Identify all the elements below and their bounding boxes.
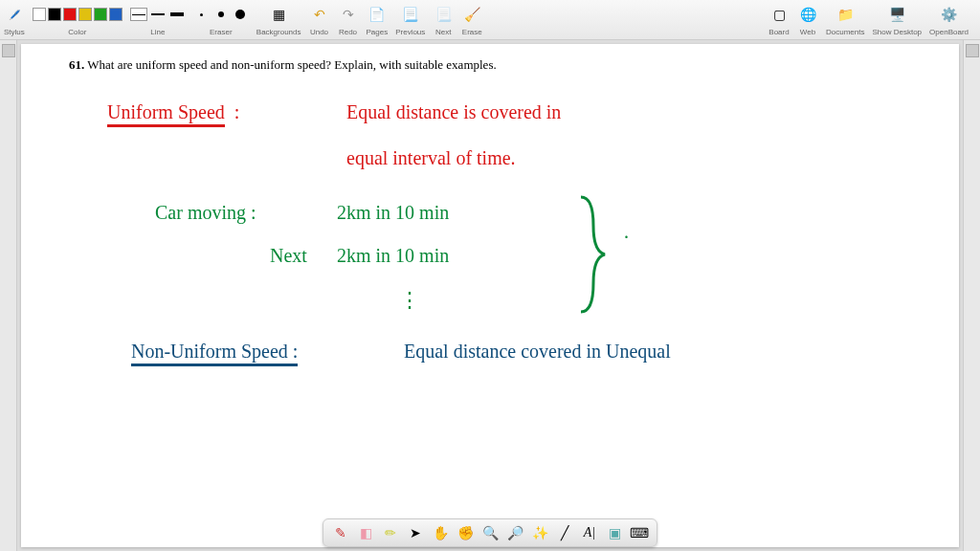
hw-car-moving: Car moving : xyxy=(155,202,256,224)
whiteboard-canvas[interactable]: 61. What are uniform speed and non-unifo… xyxy=(21,44,959,547)
next-icon: 📃 xyxy=(433,4,454,25)
line-icon: ╱ xyxy=(561,525,568,540)
hw-uniform-title: Uniform Speed : xyxy=(107,101,239,123)
gear-icon: ⚙️ xyxy=(939,4,960,25)
tool-eraser[interactable]: ◧ xyxy=(356,523,375,542)
left-tab-icon[interactable] xyxy=(2,44,15,57)
hw-dots: ⋮ xyxy=(399,288,420,313)
line-thick[interactable] xyxy=(168,8,186,21)
tool-line[interactable]: ╱ xyxy=(555,523,574,542)
board-icon: ▢ xyxy=(768,4,790,25)
pen-icon: 🖊️ xyxy=(9,10,20,20)
laser-icon: ✨ xyxy=(532,525,548,540)
tool-pen[interactable]: ✎ xyxy=(331,523,350,542)
folder-icon: 📁 xyxy=(835,4,856,25)
hw-uniform-def2: equal interval of time. xyxy=(346,147,516,169)
erase-icon: 🧹 xyxy=(461,4,482,25)
openboard-menu[interactable]: ⚙️ OpenBoard xyxy=(929,2,969,36)
grid-icon: ▦ xyxy=(268,4,289,25)
color-red[interactable] xyxy=(63,8,77,21)
color-blue[interactable] xyxy=(109,8,122,21)
hw-nonuniform-title: Non-Uniform Speed : xyxy=(131,341,298,363)
board-label: Board xyxy=(768,28,789,36)
right-tab-icon[interactable] xyxy=(966,44,979,57)
web-label: Web xyxy=(800,28,815,36)
zoom-in-icon: 🔍 xyxy=(482,525,499,540)
eraser-small[interactable] xyxy=(193,8,211,21)
eraser-icon: ◧ xyxy=(360,525,372,540)
hw-brace-dot: . xyxy=(624,221,629,243)
eraser-size[interactable]: Eraser xyxy=(193,2,249,36)
tool-pointer[interactable]: ➤ xyxy=(406,523,425,542)
tool-laser[interactable]: ✨ xyxy=(530,523,549,542)
tool-marker[interactable]: ✏ xyxy=(381,523,400,542)
redo-label: Redo xyxy=(339,28,357,36)
tool-zoom-out[interactable]: 🔎 xyxy=(505,523,524,542)
bottom-toolbar: ✎ ◧ ✏ ➤ ✋ ✊ 🔍 🔎 ✨ ╱ A| ▣ ⌨ xyxy=(323,518,657,547)
new-page-icon: 📄 xyxy=(367,4,388,25)
color-white[interactable] xyxy=(33,8,46,21)
globe-icon: 🌐 xyxy=(797,4,818,25)
hw-next: Next xyxy=(270,245,307,267)
documents-label: Documents xyxy=(826,28,864,36)
backgrounds-tool[interactable]: ▦ Backgrounds xyxy=(256,2,301,36)
tool-text[interactable]: A| xyxy=(580,523,599,542)
pages-tool[interactable]: 📄 Pages xyxy=(367,2,389,36)
line-label: Line xyxy=(150,28,165,36)
stylus-tool[interactable]: 🖊️ Stylus xyxy=(4,2,25,36)
hw-uniform-underline: Uniform Speed xyxy=(107,101,225,127)
previous-label: Previous xyxy=(395,28,425,36)
zoom-out-icon: 🔎 xyxy=(507,525,523,540)
openboard-label: OpenBoard xyxy=(929,28,969,36)
eraser-large[interactable] xyxy=(232,8,249,21)
tool-capture[interactable]: ▣ xyxy=(605,523,624,542)
question-text: 61. What are uniform speed and non-unifo… xyxy=(69,57,497,73)
line-thin[interactable] xyxy=(130,8,147,21)
next-label: Next xyxy=(435,28,451,36)
stylus-label: Stylus xyxy=(4,28,25,36)
pages-label: Pages xyxy=(367,28,389,36)
grab-icon: ✊ xyxy=(457,525,474,540)
hw-nonuniform-underline: Non-Uniform Speed : xyxy=(131,341,298,366)
keyboard-icon: ⌨ xyxy=(630,525,649,540)
pointer-icon: ➤ xyxy=(410,525,421,540)
previous-icon: 📃 xyxy=(400,4,421,25)
line-picker[interactable]: Line xyxy=(130,2,186,36)
question-body: What are uniform speed and non-uniform s… xyxy=(87,57,496,72)
capture-icon: ▣ xyxy=(609,525,621,540)
board-tool[interactable]: ▢ Board xyxy=(768,2,790,36)
color-yellow[interactable] xyxy=(78,8,92,21)
hw-nonuniform-def: Equal distance covered in Unequal xyxy=(404,341,671,363)
color-label: Color xyxy=(68,28,86,36)
color-green[interactable] xyxy=(94,8,107,21)
redo-icon: ↷ xyxy=(338,4,359,25)
eraser-label: Eraser xyxy=(210,28,233,36)
tool-hand[interactable]: ✋ xyxy=(431,523,450,542)
redo-tool[interactable]: ↷ Redo xyxy=(338,2,359,36)
next-tool: 📃 Next xyxy=(433,2,454,36)
undo-tool[interactable]: ↶ Undo xyxy=(309,2,330,36)
canvas-area: 61. What are uniform speed and non-unifo… xyxy=(0,40,980,551)
show-desktop-label: Show Desktop xyxy=(872,28,922,36)
tool-zoom-in[interactable]: 🔍 xyxy=(480,523,500,542)
color-picker[interactable]: Color xyxy=(33,2,122,36)
tool-keyboard[interactable]: ⌨ xyxy=(630,523,649,542)
color-black[interactable] xyxy=(48,8,61,21)
desktop-icon: 🖥️ xyxy=(886,4,907,25)
right-strip[interactable] xyxy=(963,40,980,551)
hand-icon: ✋ xyxy=(433,525,449,540)
eraser-med[interactable] xyxy=(212,8,230,21)
erase-label: Erase xyxy=(462,28,482,36)
show-desktop-tool[interactable]: 🖥️ Show Desktop xyxy=(872,2,922,36)
question-number: 61. xyxy=(69,57,84,72)
left-strip[interactable] xyxy=(0,40,17,551)
marker-icon: ✏ xyxy=(385,525,396,540)
documents-tool[interactable]: 📁 Documents xyxy=(826,2,864,36)
tool-grab[interactable]: ✊ xyxy=(456,523,475,542)
top-toolbar: 🖊️ Stylus Color Line Eraser ▦ Backgro xyxy=(0,0,980,40)
previous-tool[interactable]: 📃 Previous xyxy=(395,2,425,36)
erase-tool[interactable]: 🧹 Erase xyxy=(461,2,482,36)
line-med[interactable] xyxy=(149,8,167,21)
text-icon: A| xyxy=(584,525,595,540)
web-tool[interactable]: 🌐 Web xyxy=(797,2,818,36)
